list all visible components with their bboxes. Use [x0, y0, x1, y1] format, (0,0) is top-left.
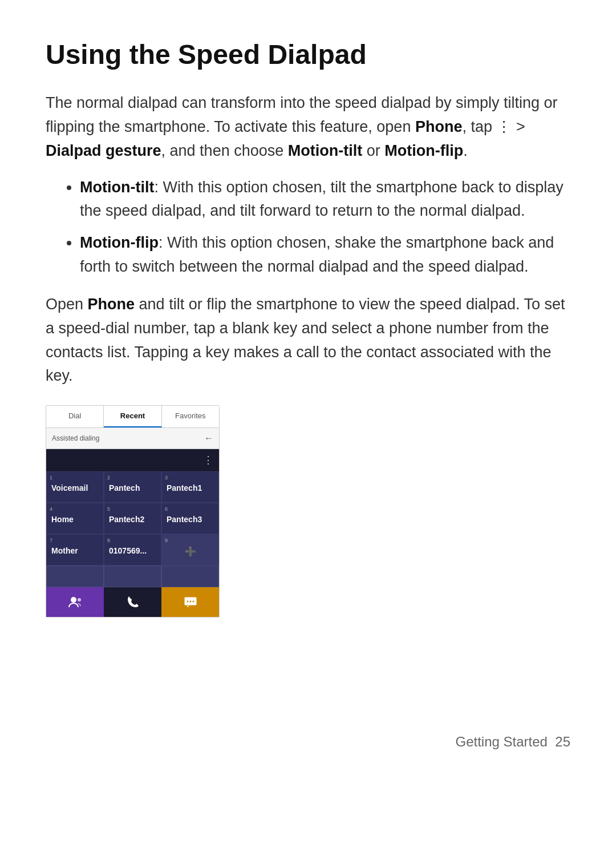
dial-key-2[interactable]: 2 Pantech: [104, 471, 161, 503]
svg-point-5: [189, 600, 191, 602]
intro-text-2: , tap ⋮ >: [462, 118, 525, 135]
dial-key-1[interactable]: 1 Voicemail: [46, 471, 104, 503]
tab-favorites[interactable]: Favorites: [162, 406, 219, 427]
svg-point-0: [71, 597, 76, 603]
phone-tabs: Dial Recent Favorites: [46, 406, 219, 428]
assisted-dialing-row: Assisted dialing ←: [46, 428, 219, 449]
assisted-dialing-label: Assisted dialing: [52, 433, 99, 443]
dial-key-5[interactable]: 5 Pantech2: [104, 503, 161, 534]
tab-recent[interactable]: Recent: [104, 406, 161, 427]
intro-motiontilt-bold: Motion-tilt: [288, 142, 362, 159]
page-footer: Getting Started 25: [46, 732, 570, 752]
message-button[interactable]: [161, 587, 219, 617]
blank-cell-1[interactable]: [46, 566, 104, 587]
dial-key-3[interactable]: 3 Pantech1: [161, 471, 219, 503]
bullet1-bold: Motion-tilt: [80, 179, 154, 196]
message-icon: [183, 595, 198, 609]
blank-row: [46, 566, 219, 587]
dial-key-9[interactable]: 9 ➕: [161, 534, 219, 566]
blank-cell-2[interactable]: [104, 566, 161, 587]
call-icon: [125, 595, 140, 609]
dial-key-6[interactable]: 6 Pantech3: [161, 503, 219, 534]
svg-point-6: [192, 600, 194, 602]
page-title: Using the Speed Dialpad: [46, 34, 570, 75]
footer-page-num: 25: [555, 734, 570, 749]
add-contact-icon: ➕: [185, 545, 196, 559]
phone-screenshot: Dial Recent Favorites Assisted dialing ←…: [46, 405, 220, 617]
intro-period: .: [463, 142, 468, 159]
svg-point-4: [187, 600, 188, 602]
intro-phone-bold: Phone: [415, 118, 463, 135]
bullet-list: Motion-tilt: With this option chosen, ti…: [80, 176, 570, 279]
dial-key-7[interactable]: 7 Mother: [46, 534, 104, 566]
svg-point-1: [78, 598, 81, 601]
intro-paragraph: The normal dialpad can transform into th…: [46, 91, 570, 163]
bullet-item-2: Motion-flip: With this option chosen, sh…: [80, 231, 570, 279]
input-row: ⋮: [46, 449, 219, 471]
intro-dialpad-bold: Dialpad gesture: [46, 142, 161, 159]
intro-or: or: [362, 142, 384, 159]
bottom-bar: [46, 587, 219, 617]
call-button[interactable]: [104, 587, 161, 617]
dialpad-grid: 1 Voicemail 2 Pantech 3 Pantech1 4 Home …: [46, 471, 219, 566]
back-arrow-icon[interactable]: ←: [204, 431, 213, 445]
dial-key-8[interactable]: 8 0107569...: [104, 534, 161, 566]
body-paragraph-2: Open Phone and tilt or flip the smartpho…: [46, 293, 570, 388]
contacts-button[interactable]: [46, 587, 104, 617]
dial-key-4[interactable]: 4 Home: [46, 503, 104, 534]
bullet2-bold: Motion-flip: [80, 234, 159, 251]
blank-cell-3[interactable]: [161, 566, 219, 587]
tab-dial[interactable]: Dial: [46, 406, 104, 427]
bullet-item-1: Motion-tilt: With this option chosen, ti…: [80, 176, 570, 224]
contacts-icon: [68, 595, 83, 609]
body2-phone-bold: Phone: [88, 296, 135, 313]
footer-text: Getting Started: [456, 734, 548, 749]
intro-motionflip-bold: Motion-flip: [384, 142, 463, 159]
three-dots-icon[interactable]: ⋮: [203, 453, 213, 468]
intro-text-3: , and then choose: [161, 142, 288, 159]
